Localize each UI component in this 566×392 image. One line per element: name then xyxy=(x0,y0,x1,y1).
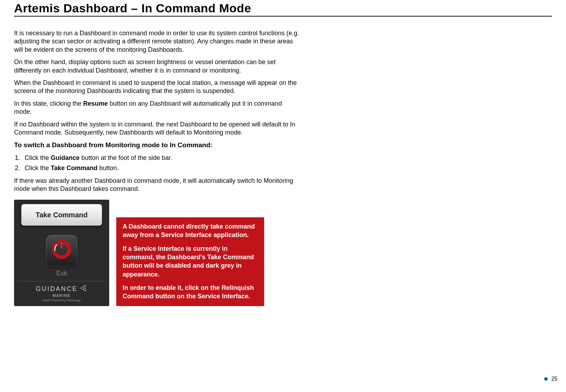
brand-main: GUIDANCE xyxy=(36,285,77,293)
svg-point-5 xyxy=(82,286,84,287)
resume-label: Resume xyxy=(83,100,108,107)
exit-button[interactable] xyxy=(46,235,77,267)
take-command-button[interactable]: Take Command xyxy=(21,204,102,226)
paragraph: In this state, clicking the Resume butto… xyxy=(14,100,299,116)
paragraph: It is necessary to run a Dashboard in co… xyxy=(14,29,299,54)
page-bullet-icon xyxy=(544,377,548,381)
paragraph: If no Dashboard within the system is in … xyxy=(14,120,299,137)
svg-point-8 xyxy=(84,287,86,289)
paragraph: When the Dashboard in command is used to… xyxy=(14,79,299,95)
list-item: Click the Take Command button. xyxy=(22,164,299,172)
title-rule xyxy=(14,16,552,17)
svg-point-9 xyxy=(84,290,86,291)
text: In this state, clicking the xyxy=(14,100,83,107)
text: button. xyxy=(98,164,119,172)
exit-label: Exit xyxy=(56,269,67,278)
figure-row: Take Command Exit GUIDANCE xyxy=(14,200,299,306)
brand-dots-icon xyxy=(80,284,88,294)
paragraph: If there was already another Dashboard i… xyxy=(14,177,299,193)
sidebar-panel-screenshot: Take Command Exit GUIDANCE xyxy=(14,200,109,306)
page-number: 25 xyxy=(551,376,558,382)
svg-point-7 xyxy=(84,285,86,287)
svg-point-6 xyxy=(82,289,84,290)
svg-rect-3 xyxy=(61,242,62,249)
warning-callout: A Dashboard cannot directly take command… xyxy=(116,217,264,306)
page-footer: 25 xyxy=(544,376,558,382)
brand-sub: MARINE xyxy=(53,293,71,298)
take-command-label: Take Command xyxy=(51,164,98,172)
brand-logo: GUIDANCE xyxy=(36,284,87,294)
text: button at the foot of the side bar. xyxy=(80,154,172,161)
text: Click the xyxy=(25,154,51,161)
page-title: Artemis Dashboard – In Command Mode xyxy=(14,0,552,16)
list-item: Click the Guidance button at the foot of… xyxy=(22,154,299,162)
subheading: To switch a Dashboard from Monitoring mo… xyxy=(14,141,299,150)
svg-point-4 xyxy=(80,287,82,289)
text: Click the xyxy=(25,164,51,172)
steps-list: Click the Guidance button at the foot of… xyxy=(22,154,299,173)
paragraph: On the other hand, display options such … xyxy=(14,58,299,75)
brand-tagline: Expert Positioning Technology xyxy=(43,299,81,302)
panel-divider xyxy=(18,281,106,281)
callout-paragraph: In order to enable it, click on the Reli… xyxy=(123,284,258,301)
callout-paragraph: A Dashboard cannot directly take command… xyxy=(123,222,258,239)
callout-paragraph: If a Service Interface is currently in c… xyxy=(123,244,258,279)
power-icon xyxy=(52,239,71,261)
guidance-label: Guidance xyxy=(51,154,80,161)
body-copy: It is necessary to run a Dashboard in co… xyxy=(14,29,299,306)
